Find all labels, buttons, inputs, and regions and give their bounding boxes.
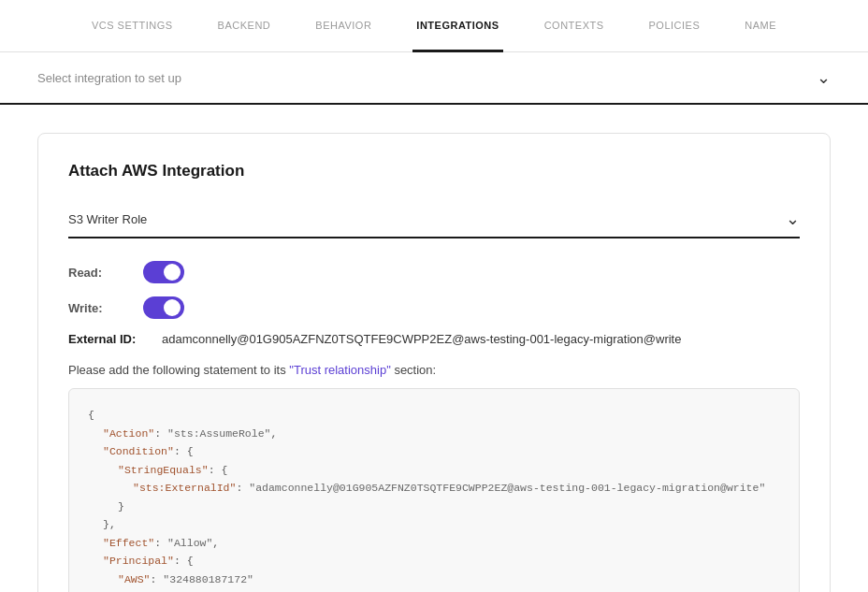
integration-select-bar[interactable]: Select integration to set up ⌄ [0,52,868,105]
external-id-label: External ID: [68,332,162,346]
external-id-value: adamconnelly@01G905AZFNZ0TSQTFE9CWPP2EZ@… [162,332,681,346]
trust-relationship-link[interactable]: "Trust relationship" [289,363,390,377]
tab-name[interactable]: NAME [741,1,780,52]
role-dropdown-chevron-icon: ⌄ [786,209,800,229]
integration-select-chevron-icon: ⌄ [817,67,831,88]
tab-behavior[interactable]: BEHAVIOR [311,1,375,52]
aws-card-title: Attach AWS Integration [68,162,800,180]
code-line-6: } [88,498,780,516]
role-dropdown[interactable]: S3 Writer Role ⌄ [68,201,800,238]
tab-vcs-settings[interactable]: VCS SETTINGS [88,1,177,52]
role-dropdown-label: S3 Writer Role [68,212,147,226]
tab-integrations[interactable]: INTEGRATIONS [412,1,502,52]
read-toggle-row: Read: [68,261,800,283]
code-line-2: "Action": "sts:AssumeRole", [88,425,780,443]
code-line-10: "AWS": "324880187172" [88,570,780,589]
nav-tabs: VCS SETTINGS BACKEND BEHAVIOR INTEGRATIO… [0,0,868,52]
code-line-9: "Principal": { [88,552,780,570]
read-toggle-track [143,261,184,283]
write-toggle[interactable] [143,296,184,319]
tab-contexts[interactable]: CONTEXTS [541,1,608,52]
code-line-5: "sts:ExternalId": "adamconnelly@01G905AZ… [88,479,780,498]
trust-text-post: section: [391,363,436,377]
trust-text-pre: Please add the following statement to it… [68,363,289,377]
read-toggle-thumb [164,264,181,281]
write-toggle-track [143,296,184,319]
code-line-4: "StringEquals": { [88,461,780,480]
write-toggle-row: Write: [68,296,800,319]
external-id-row: External ID: adamconnelly@01G905AZFNZ0TS… [68,332,800,346]
integration-select-label: Select integration to set up [37,71,181,85]
code-line-11: } [88,588,780,592]
tab-policies[interactable]: POLICIES [645,1,704,52]
trust-relationship-text: Please add the following statement to it… [68,363,800,377]
write-toggle-thumb [164,299,181,316]
code-line-1: { [88,406,780,425]
read-label: Read: [68,266,143,280]
aws-integration-card: Attach AWS Integration S3 Writer Role ⌄ … [37,133,831,592]
read-toggle[interactable] [143,261,184,283]
code-block: { "Action": "sts:AssumeRole", "Condition… [68,388,800,592]
code-line-8: "Effect": "Allow", [88,534,780,553]
tab-backend[interactable]: BACKEND [214,1,275,52]
page-wrapper: VCS SETTINGS BACKEND BEHAVIOR INTEGRATIO… [0,0,868,592]
main-content: Attach AWS Integration S3 Writer Role ⌄ … [0,105,868,592]
code-line-3: "Condition": { [88,442,780,461]
code-line-7: }, [88,515,780,534]
write-label: Write: [68,301,143,315]
